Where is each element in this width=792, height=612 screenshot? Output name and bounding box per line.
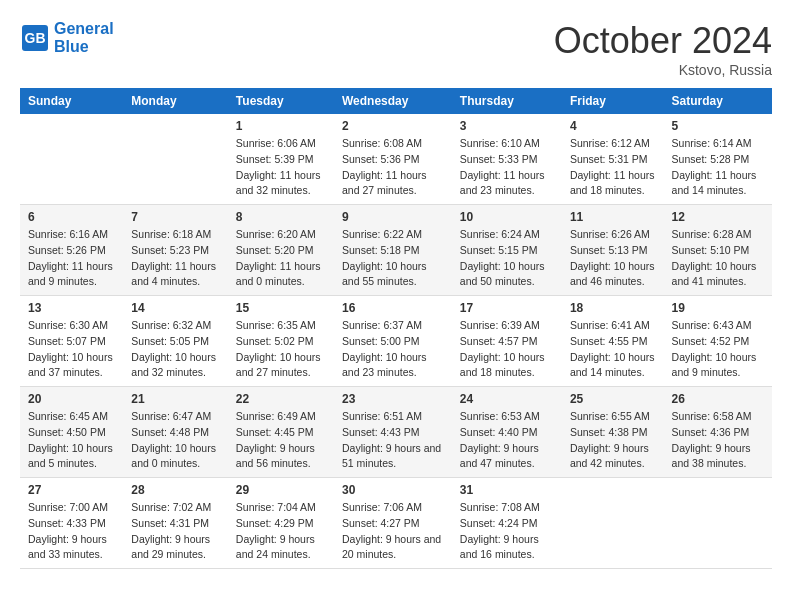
weekday-header-sunday: Sunday [20,88,123,114]
day-detail: Sunrise: 6:26 AMSunset: 5:13 PMDaylight:… [570,227,656,290]
day-number: 6 [28,210,115,224]
weekday-header-row: SundayMondayTuesdayWednesdayThursdayFrid… [20,88,772,114]
weekday-header-saturday: Saturday [664,88,772,114]
day-detail: Sunrise: 6:53 AMSunset: 4:40 PMDaylight:… [460,409,554,472]
calendar-table: SundayMondayTuesdayWednesdayThursdayFrid… [20,88,772,569]
day-number: 7 [131,210,220,224]
day-number: 2 [342,119,444,133]
day-detail: Sunrise: 6:20 AMSunset: 5:20 PMDaylight:… [236,227,326,290]
calendar-cell: 15Sunrise: 6:35 AMSunset: 5:02 PMDayligh… [228,296,334,387]
day-number: 13 [28,301,115,315]
calendar-cell: 3Sunrise: 6:10 AMSunset: 5:33 PMDaylight… [452,114,562,205]
day-detail: Sunrise: 6:30 AMSunset: 5:07 PMDaylight:… [28,318,115,381]
day-number: 18 [570,301,656,315]
calendar-cell: 14Sunrise: 6:32 AMSunset: 5:05 PMDayligh… [123,296,228,387]
logo-text: General [54,20,114,38]
calendar-cell: 11Sunrise: 6:26 AMSunset: 5:13 PMDayligh… [562,205,664,296]
day-detail: Sunrise: 6:43 AMSunset: 4:52 PMDaylight:… [672,318,764,381]
weekday-header-wednesday: Wednesday [334,88,452,114]
day-number: 10 [460,210,554,224]
calendar-cell: 31Sunrise: 7:08 AMSunset: 4:24 PMDayligh… [452,478,562,569]
title-block: October 2024 Kstovo, Russia [554,20,772,78]
calendar-week-row: 27Sunrise: 7:00 AMSunset: 4:33 PMDayligh… [20,478,772,569]
day-number: 24 [460,392,554,406]
day-number: 30 [342,483,444,497]
day-detail: Sunrise: 6:24 AMSunset: 5:15 PMDaylight:… [460,227,554,290]
day-detail: Sunrise: 6:18 AMSunset: 5:23 PMDaylight:… [131,227,220,290]
calendar-cell: 25Sunrise: 6:55 AMSunset: 4:38 PMDayligh… [562,387,664,478]
calendar-cell: 6Sunrise: 6:16 AMSunset: 5:26 PMDaylight… [20,205,123,296]
logo: GB General Blue [20,20,114,55]
calendar-week-row: 1Sunrise: 6:06 AMSunset: 5:39 PMDaylight… [20,114,772,205]
calendar-cell: 9Sunrise: 6:22 AMSunset: 5:18 PMDaylight… [334,205,452,296]
logo-icon: GB [20,23,50,53]
svg-text:GB: GB [25,30,46,46]
calendar-cell: 5Sunrise: 6:14 AMSunset: 5:28 PMDaylight… [664,114,772,205]
calendar-week-row: 20Sunrise: 6:45 AMSunset: 4:50 PMDayligh… [20,387,772,478]
day-number: 11 [570,210,656,224]
day-number: 5 [672,119,764,133]
location-subtitle: Kstovo, Russia [554,62,772,78]
day-detail: Sunrise: 6:47 AMSunset: 4:48 PMDaylight:… [131,409,220,472]
day-number: 4 [570,119,656,133]
weekday-header-thursday: Thursday [452,88,562,114]
day-detail: Sunrise: 6:35 AMSunset: 5:02 PMDaylight:… [236,318,326,381]
day-number: 9 [342,210,444,224]
calendar-cell: 4Sunrise: 6:12 AMSunset: 5:31 PMDaylight… [562,114,664,205]
calendar-cell: 28Sunrise: 7:02 AMSunset: 4:31 PMDayligh… [123,478,228,569]
day-number: 17 [460,301,554,315]
day-detail: Sunrise: 6:28 AMSunset: 5:10 PMDaylight:… [672,227,764,290]
day-detail: Sunrise: 7:02 AMSunset: 4:31 PMDaylight:… [131,500,220,563]
calendar-cell: 23Sunrise: 6:51 AMSunset: 4:43 PMDayligh… [334,387,452,478]
page-header: GB General Blue October 2024 Kstovo, Rus… [20,20,772,78]
day-detail: Sunrise: 6:58 AMSunset: 4:36 PMDaylight:… [672,409,764,472]
weekday-header-monday: Monday [123,88,228,114]
day-number: 16 [342,301,444,315]
weekday-header-friday: Friday [562,88,664,114]
calendar-cell [20,114,123,205]
calendar-cell: 29Sunrise: 7:04 AMSunset: 4:29 PMDayligh… [228,478,334,569]
day-number: 23 [342,392,444,406]
calendar-cell [664,478,772,569]
calendar-cell: 18Sunrise: 6:41 AMSunset: 4:55 PMDayligh… [562,296,664,387]
calendar-cell: 19Sunrise: 6:43 AMSunset: 4:52 PMDayligh… [664,296,772,387]
day-number: 31 [460,483,554,497]
calendar-cell: 2Sunrise: 6:08 AMSunset: 5:36 PMDaylight… [334,114,452,205]
calendar-week-row: 6Sunrise: 6:16 AMSunset: 5:26 PMDaylight… [20,205,772,296]
day-number: 29 [236,483,326,497]
day-number: 20 [28,392,115,406]
calendar-cell: 22Sunrise: 6:49 AMSunset: 4:45 PMDayligh… [228,387,334,478]
calendar-cell: 26Sunrise: 6:58 AMSunset: 4:36 PMDayligh… [664,387,772,478]
calendar-cell: 1Sunrise: 6:06 AMSunset: 5:39 PMDaylight… [228,114,334,205]
day-detail: Sunrise: 6:22 AMSunset: 5:18 PMDaylight:… [342,227,444,290]
day-detail: Sunrise: 6:39 AMSunset: 4:57 PMDaylight:… [460,318,554,381]
day-detail: Sunrise: 6:41 AMSunset: 4:55 PMDaylight:… [570,318,656,381]
calendar-cell: 30Sunrise: 7:06 AMSunset: 4:27 PMDayligh… [334,478,452,569]
calendar-cell: 16Sunrise: 6:37 AMSunset: 5:00 PMDayligh… [334,296,452,387]
calendar-cell [562,478,664,569]
calendar-cell: 24Sunrise: 6:53 AMSunset: 4:40 PMDayligh… [452,387,562,478]
day-number: 26 [672,392,764,406]
calendar-cell: 20Sunrise: 6:45 AMSunset: 4:50 PMDayligh… [20,387,123,478]
day-number: 15 [236,301,326,315]
day-detail: Sunrise: 6:12 AMSunset: 5:31 PMDaylight:… [570,136,656,199]
day-detail: Sunrise: 6:14 AMSunset: 5:28 PMDaylight:… [672,136,764,199]
day-detail: Sunrise: 6:10 AMSunset: 5:33 PMDaylight:… [460,136,554,199]
month-title: October 2024 [554,20,772,62]
day-number: 3 [460,119,554,133]
day-detail: Sunrise: 6:08 AMSunset: 5:36 PMDaylight:… [342,136,444,199]
calendar-cell: 21Sunrise: 6:47 AMSunset: 4:48 PMDayligh… [123,387,228,478]
day-number: 27 [28,483,115,497]
calendar-cell: 10Sunrise: 6:24 AMSunset: 5:15 PMDayligh… [452,205,562,296]
day-detail: Sunrise: 7:08 AMSunset: 4:24 PMDaylight:… [460,500,554,563]
day-number: 1 [236,119,326,133]
day-number: 14 [131,301,220,315]
day-number: 28 [131,483,220,497]
day-detail: Sunrise: 7:06 AMSunset: 4:27 PMDaylight:… [342,500,444,563]
calendar-cell: 8Sunrise: 6:20 AMSunset: 5:20 PMDaylight… [228,205,334,296]
logo-subtext: Blue [54,38,114,56]
calendar-cell [123,114,228,205]
calendar-cell: 27Sunrise: 7:00 AMSunset: 4:33 PMDayligh… [20,478,123,569]
day-number: 19 [672,301,764,315]
day-detail: Sunrise: 7:00 AMSunset: 4:33 PMDaylight:… [28,500,115,563]
